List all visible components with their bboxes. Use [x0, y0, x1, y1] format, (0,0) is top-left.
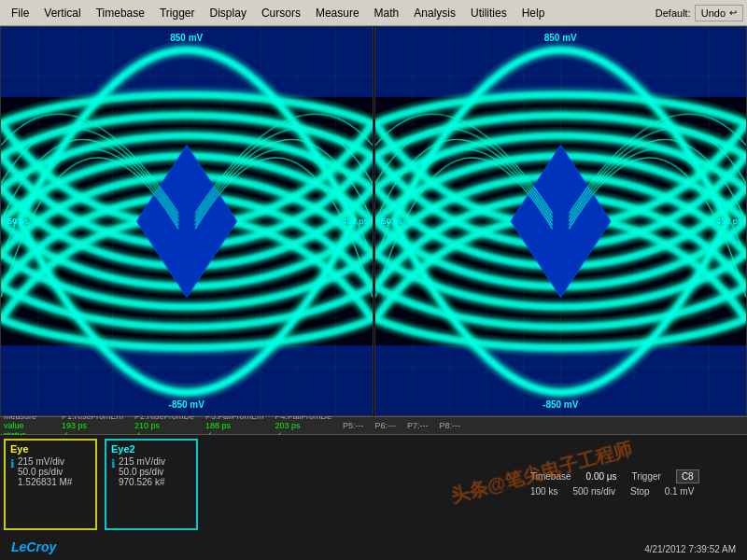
status-area: Eye ℹ 215 mV/div 50.0 ps/div 1.526831 M#…	[0, 435, 747, 534]
ch2-title: Eye2	[111, 443, 191, 455]
ch2-box[interactable]: Eye2 ℹ 215 mV/div 50.0 ps/div 970.526 k#	[105, 439, 198, 530]
panel1-bottom-label: -850 mV	[169, 399, 204, 410]
lecroy-logo: LeCroy	[4, 536, 63, 558]
menu-timebase[interactable]: Timebase	[89, 4, 152, 22]
trigger-label: Trigger	[632, 471, 661, 482]
stop-label: Stop	[630, 486, 650, 497]
timestamp: 4/21/2012 7:39:52 AM	[637, 540, 743, 558]
undo-button[interactable]: Undo ↩	[695, 5, 743, 21]
ch2-param2: 50.0 ps/div	[119, 467, 165, 477]
menu-cursors[interactable]: Cursors	[254, 4, 308, 22]
p6-measure[interactable]: P6:---	[375, 421, 397, 430]
ch1-box[interactable]: Eye ℹ 215 mV/div 50.0 ps/div 1.526831 M#	[4, 439, 97, 530]
panel2-right-label: 450 ps	[716, 217, 742, 226]
ch1-info-icon: ℹ	[10, 457, 15, 470]
panel2-bottom-label: -850 mV	[543, 399, 578, 410]
measure-bar: Measure value status P1:RiseFromEm 193 p…	[0, 416, 747, 435]
p8-measure[interactable]: P8:---	[440, 421, 461, 430]
waveform-area: 850 mV -850 mV -50 ps 450 ps Ey 850 mV -…	[0, 26, 747, 416]
ch1-title: Eye	[10, 443, 91, 455]
measure-value-label: value	[4, 421, 50, 430]
footer-bar: LeCroy 4/21/2012 7:39:52 AM	[0, 534, 747, 560]
right-info-panel: Timebase 0.00 μs Trigger C8 100 ks 500 n…	[523, 435, 747, 534]
ks-label: 100 ks	[530, 486, 557, 497]
menu-measure[interactable]: Measure	[308, 4, 367, 22]
panel1-top-label: 850 mV	[170, 33, 203, 43]
ch1-param2: 50.0 ps/div	[18, 467, 72, 477]
panel1-right-label: 450 ps	[342, 217, 368, 226]
trigger-value[interactable]: C8	[676, 469, 699, 483]
scope-panel-1[interactable]: 850 mV -850 mV -50 ps 450 ps Ey	[0, 26, 374, 416]
p5-measure[interactable]: P5:---	[343, 421, 364, 430]
ns-label: 500 ns/div	[572, 486, 615, 497]
menu-utilities[interactable]: Utilities	[463, 4, 514, 22]
menu-trigger[interactable]: Trigger	[152, 4, 203, 22]
ch2-info-icon: ℹ	[111, 457, 116, 470]
menu-vertical[interactable]: Vertical	[36, 4, 88, 22]
p7-measure[interactable]: P7:---	[407, 421, 429, 430]
panel2-ch-label: Ey	[381, 217, 391, 226]
ch1-param1: 215 mV/div	[18, 456, 72, 467]
panel2-top-label: 850 mV	[544, 33, 577, 43]
menu-analysis[interactable]: Analysis	[406, 4, 463, 22]
timebase-label: Timebase	[530, 471, 571, 482]
main-area: 850 mV -850 mV -50 ps 450 ps Ey 850 mV -…	[0, 26, 747, 560]
panel1-ch-label: Ey	[7, 217, 17, 226]
ch2-param1: 215 mV/div	[119, 456, 165, 467]
default-label: Default:	[655, 7, 691, 19]
scope-panel-2[interactable]: 850 mV -850 mV -50 ps 450 ps Ey	[374, 26, 748, 416]
menu-file[interactable]: File	[4, 4, 36, 22]
menu-math[interactable]: Math	[367, 4, 407, 22]
menu-display[interactable]: Display	[203, 4, 254, 22]
ch2-param3: 970.526 k#	[119, 477, 165, 487]
ch1-param3: 1.526831 M#	[18, 477, 72, 487]
menu-help[interactable]: Help	[514, 4, 553, 22]
mv-label: 0.1 mV	[665, 486, 695, 497]
menu-bar: File Vertical Timebase Trigger Display C…	[0, 0, 747, 26]
timebase-value: 0.00 μs	[586, 471, 617, 482]
